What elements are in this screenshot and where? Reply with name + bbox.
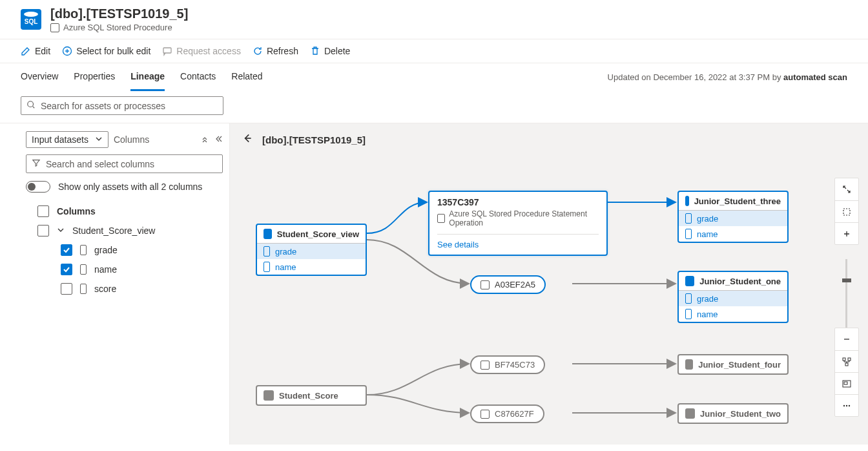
zoom-out-icon[interactable] [835,328,858,350]
node-junior-two[interactable]: Junior_Student_two [677,403,789,424]
back-arrow-icon[interactable] [242,132,253,147]
svg-point-11 [849,404,850,406]
dataset-name: Student_Score_view [72,226,155,236]
svg-point-2 [28,101,34,107]
node-operation-c876627f[interactable]: C876627F [470,404,544,423]
sidebar: Input datasets Columns Search and select… [0,123,230,445]
edit-button[interactable]: Edit [21,46,50,56]
select-bulk-button[interactable]: Select for bulk edit [62,46,150,56]
fit-icon[interactable] [835,200,858,222]
sql-icon [685,359,693,370]
filter-icon [32,158,41,169]
svg-point-9 [843,404,845,406]
collapse-up-icon[interactable] [201,134,209,145]
canvas-tools-lower [834,328,859,417]
column-icon [80,245,87,255]
col-name-checkbox[interactable] [61,264,72,275]
col-name-label: name [94,264,117,275]
sql-icon [264,390,274,401]
column-icon [264,262,270,272]
search-icon [26,100,36,111]
canvas-tools-upper [834,178,859,245]
chevron-down-icon[interactable] [57,226,65,236]
node-student-score-view[interactable]: Student_Score_view grade name [256,224,367,276]
svg-rect-6 [845,363,848,366]
column-icon [685,309,692,319]
sql-icon [685,408,695,419]
col-score-label: score [94,284,116,294]
columns-label: Columns [114,134,149,145]
request-access-button: Request access [162,46,241,56]
chat-icon [162,46,172,56]
delete-button[interactable]: Delete [310,46,350,56]
page-subtitle: Azure SQL Stored Procedure [63,23,172,32]
procedure-icon [437,214,445,223]
node-student-score[interactable]: Student_Score [256,385,367,406]
sql-icon [264,229,272,239]
refresh-icon [253,46,263,56]
dataset-checkbox[interactable] [37,225,49,236]
fullscreen-icon[interactable] [835,178,858,200]
pencil-icon [21,46,31,56]
page-title: [dbo].[TESTSP1019_5] [50,6,188,21]
tab-overview[interactable]: Overview [21,63,58,91]
svg-rect-8 [844,382,847,384]
svg-rect-3 [843,209,850,215]
more-icon[interactable] [835,394,858,416]
col-grade-checkbox[interactable] [61,244,72,256]
show-only-toggle[interactable] [26,181,50,193]
double-chevron-left-icon[interactable] [215,134,223,145]
tab-related[interactable]: Related [231,63,262,91]
toggle-label: Show only assets with all 2 columns [58,182,202,192]
zoom-slider-thumb[interactable] [842,278,851,282]
column-icon [80,284,87,294]
tab-contacts[interactable]: Contacts [180,63,216,91]
sql-icon [685,196,689,206]
trash-icon [310,46,320,56]
see-details-link[interactable]: See details [437,234,599,249]
columns-header-checkbox[interactable] [37,205,49,217]
node-junior-three[interactable]: Junior_Student_three grade name [677,191,789,243]
column-icon [264,246,270,257]
node-junior-four[interactable]: Junior_Student_four [677,354,789,375]
canvas-title: [dbo].[TESTSP1019_5] [262,134,366,145]
filter-columns-input[interactable]: Search and select columns [26,154,223,173]
column-icon [685,213,692,224]
refresh-button[interactable]: Refresh [253,46,298,56]
search-input[interactable]: Search for assets or processes [21,96,223,115]
col-score-checkbox[interactable] [61,283,72,295]
sql-icon [685,276,694,286]
column-icon [685,229,692,239]
updated-text: Updated on December 16, 2022 at 3:37 PM … [608,72,847,82]
procedure-icon [480,410,490,419]
procedure-icon [480,361,490,370]
minimap-icon[interactable] [835,372,858,394]
zoom-in-icon[interactable] [835,222,858,244]
node-operation-bf745c73[interactable]: BF745C73 [470,355,545,374]
procedure-icon [50,23,59,32]
sql-badge-icon: SQL [21,9,41,30]
procedure-icon [480,280,490,289]
tab-properties[interactable]: Properties [74,63,115,91]
page-header: SQL [dbo].[TESTSP1019_5] Azure SQL Store… [0,0,868,39]
col-grade-label: grade [94,245,118,255]
tab-lineage[interactable]: Lineage [130,63,165,91]
node-operation-a03ef2a5[interactable]: A03EF2A5 [470,275,546,294]
input-datasets-dropdown[interactable]: Input datasets [26,131,108,148]
column-icon [685,293,692,304]
column-icon [80,264,87,275]
lineage-canvas[interactable]: [dbo].[TESTSP1019_5] Student_Score_view [230,123,868,445]
plus-circle-icon [62,46,72,56]
tabs-row: Overview Properties Lineage Contacts Rel… [0,63,868,91]
node-junior-one[interactable]: Junior_Student_one grade name [677,271,789,323]
layout-icon[interactable] [835,350,858,372]
svg-rect-4 [843,358,845,361]
svg-rect-5 [848,358,851,361]
node-operation-1357c397[interactable]: 1357C397 Azure SQL Stored Procedure Stat… [428,191,608,256]
svg-rect-1 [163,48,171,53]
toolbar: Edit Select for bulk edit Request access… [0,39,868,63]
svg-point-10 [846,404,847,406]
chevron-down-icon [95,134,103,145]
columns-header: Columns [57,206,96,216]
